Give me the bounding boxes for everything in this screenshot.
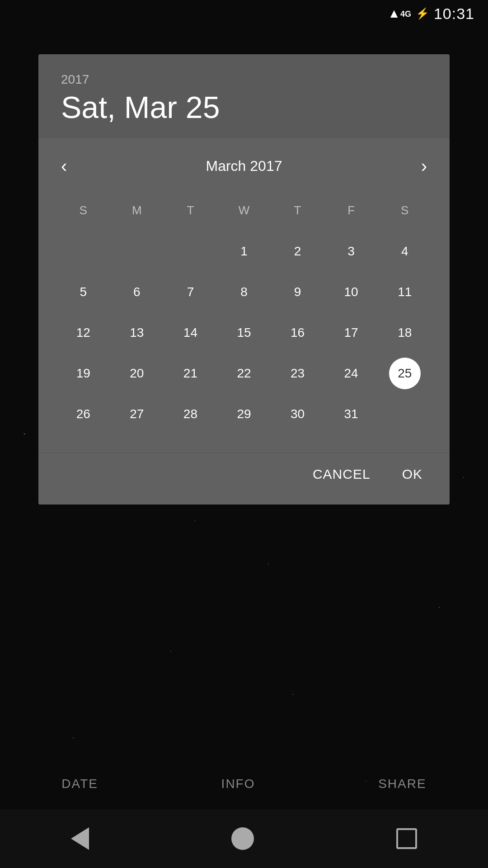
calendar-cell-empty — [110, 231, 164, 272]
month-navigation: ‹ March 2017 › — [56, 151, 432, 181]
calendar-day-4[interactable]: 4 — [389, 236, 421, 267]
day-header-thu: T — [271, 199, 324, 222]
calendar-day-15[interactable]: 15 — [228, 317, 260, 349]
dialog-actions: CANCEL OK — [38, 453, 450, 505]
tab-share[interactable]: SHARE — [369, 772, 435, 796]
date-picker-dialog: 2017 Sat, Mar 25 ‹ March 2017 › S M T W … — [38, 54, 450, 505]
back-button[interactable] — [71, 827, 89, 850]
calendar-cell-25[interactable]: 25 — [378, 353, 432, 394]
calendar-day-13[interactable]: 13 — [121, 317, 153, 349]
calendar-day-14[interactable]: 14 — [174, 317, 206, 349]
calendar-cell-27[interactable]: 27 — [110, 394, 164, 434]
navigation-bar — [0, 809, 488, 868]
calendar-cell-15[interactable]: 15 — [217, 312, 271, 353]
calendar-day-3[interactable]: 3 — [335, 236, 367, 267]
status-bar: ▲4G ⚡ 10:31 — [0, 0, 488, 27]
calendar-day-31[interactable]: 31 — [335, 398, 367, 430]
calendar-cell-29[interactable]: 29 — [217, 394, 271, 434]
calendar-day-28[interactable]: 28 — [174, 398, 206, 430]
calendar-cell-4[interactable]: 4 — [378, 231, 432, 272]
day-headers: S M T W T F S — [56, 199, 432, 222]
calendar-day-5[interactable]: 5 — [67, 276, 99, 308]
calendar-day-6[interactable]: 6 — [121, 276, 153, 308]
calendar-day-10[interactable]: 10 — [335, 276, 367, 308]
calendar-day-27[interactable]: 27 — [121, 398, 153, 430]
calendar-day-25[interactable]: 25 — [389, 358, 421, 389]
calendar-cell-2[interactable]: 2 — [271, 231, 324, 272]
calendar-day-21[interactable]: 21 — [174, 358, 206, 389]
calendar-cell-26[interactable]: 26 — [56, 394, 110, 434]
day-header-tue: T — [164, 199, 217, 222]
next-month-button[interactable]: › — [417, 151, 432, 181]
time-display: 10:31 — [434, 5, 474, 23]
day-header-mon: M — [110, 199, 164, 222]
calendar-cell-16[interactable]: 16 — [271, 312, 324, 353]
status-icons: ▲4G ⚡ 10:31 — [388, 5, 474, 23]
calendar-grid: 1 2 3 4 5 6 7 8 9 10 11 12 13 14 15 16 1… — [56, 231, 432, 434]
calendar-body: ‹ March 2017 › S M T W T F S 1 2 3 4 5 6 — [38, 138, 450, 453]
tab-date[interactable]: DATE — [52, 772, 107, 796]
calendar-cell-21[interactable]: 21 — [164, 353, 217, 394]
calendar-cell-empty — [56, 231, 110, 272]
calendar-day-22[interactable]: 22 — [228, 358, 260, 389]
calendar-day-29[interactable]: 29 — [228, 398, 260, 430]
selected-date-label: Sat, Mar 25 — [61, 90, 427, 124]
calendar-day-30[interactable]: 30 — [282, 398, 314, 430]
tab-info[interactable]: INFO — [212, 772, 264, 796]
calendar-cell-20[interactable]: 20 — [110, 353, 164, 394]
calendar-day-8[interactable]: 8 — [228, 276, 260, 308]
bottom-tab-bar: DATE INFO SHARE — [0, 763, 488, 805]
day-header-sat: S — [378, 199, 432, 222]
calendar-cell-17[interactable]: 17 — [324, 312, 378, 353]
calendar-day-11[interactable]: 11 — [389, 276, 421, 308]
calendar-cell-12[interactable]: 12 — [56, 312, 110, 353]
day-header-fri: F — [324, 199, 378, 222]
calendar-cell-19[interactable]: 19 — [56, 353, 110, 394]
calendar-day-24[interactable]: 24 — [335, 358, 367, 389]
ok-button[interactable]: OK — [398, 462, 427, 486]
calendar-day-1[interactable]: 1 — [228, 236, 260, 267]
calendar-cell-28[interactable]: 28 — [164, 394, 217, 434]
calendar-cell-8[interactable]: 8 — [217, 272, 271, 312]
calendar-cell-14[interactable]: 14 — [164, 312, 217, 353]
calendar-cell-23[interactable]: 23 — [271, 353, 324, 394]
calendar-cell-7[interactable]: 7 — [164, 272, 217, 312]
calendar-cell-3[interactable]: 3 — [324, 231, 378, 272]
month-year-label: March 2017 — [206, 158, 282, 175]
home-icon — [231, 827, 254, 850]
calendar-cell-22[interactable]: 22 — [217, 353, 271, 394]
calendar-cell-30[interactable]: 30 — [271, 394, 324, 434]
calendar-cell-13[interactable]: 13 — [110, 312, 164, 353]
back-icon — [71, 827, 89, 850]
calendar-cell-9[interactable]: 9 — [271, 272, 324, 312]
calendar-day-2[interactable]: 2 — [282, 236, 314, 267]
calendar-cell-31[interactable]: 31 — [324, 394, 378, 434]
calendar-cell-11[interactable]: 11 — [378, 272, 432, 312]
calendar-cell-6[interactable]: 6 — [110, 272, 164, 312]
calendar-day-16[interactable]: 16 — [282, 317, 314, 349]
calendar-cell-24[interactable]: 24 — [324, 353, 378, 394]
calendar-day-7[interactable]: 7 — [174, 276, 206, 308]
calendar-cell-empty — [164, 231, 217, 272]
calendar-day-12[interactable]: 12 — [67, 317, 99, 349]
prev-month-button[interactable]: ‹ — [56, 151, 71, 181]
dialog-header: 2017 Sat, Mar 25 — [38, 54, 450, 138]
day-header-wed: W — [217, 199, 271, 222]
calendar-day-18[interactable]: 18 — [389, 317, 421, 349]
signal-icon: ▲4G — [388, 6, 411, 21]
calendar-day-19[interactable]: 19 — [67, 358, 99, 389]
cancel-button[interactable]: CANCEL — [308, 462, 375, 486]
calendar-day-26[interactable]: 26 — [67, 398, 99, 430]
calendar-cell-18[interactable]: 18 — [378, 312, 432, 353]
battery-icon: ⚡ — [416, 7, 429, 20]
calendar-cell-1[interactable]: 1 — [217, 231, 271, 272]
home-button[interactable] — [231, 827, 254, 850]
recents-icon — [396, 828, 417, 849]
recents-button[interactable] — [396, 828, 417, 849]
calendar-day-20[interactable]: 20 — [121, 358, 153, 389]
calendar-cell-10[interactable]: 10 — [324, 272, 378, 312]
calendar-cell-5[interactable]: 5 — [56, 272, 110, 312]
calendar-day-17[interactable]: 17 — [335, 317, 367, 349]
calendar-day-23[interactable]: 23 — [282, 358, 314, 389]
calendar-day-9[interactable]: 9 — [282, 276, 314, 308]
